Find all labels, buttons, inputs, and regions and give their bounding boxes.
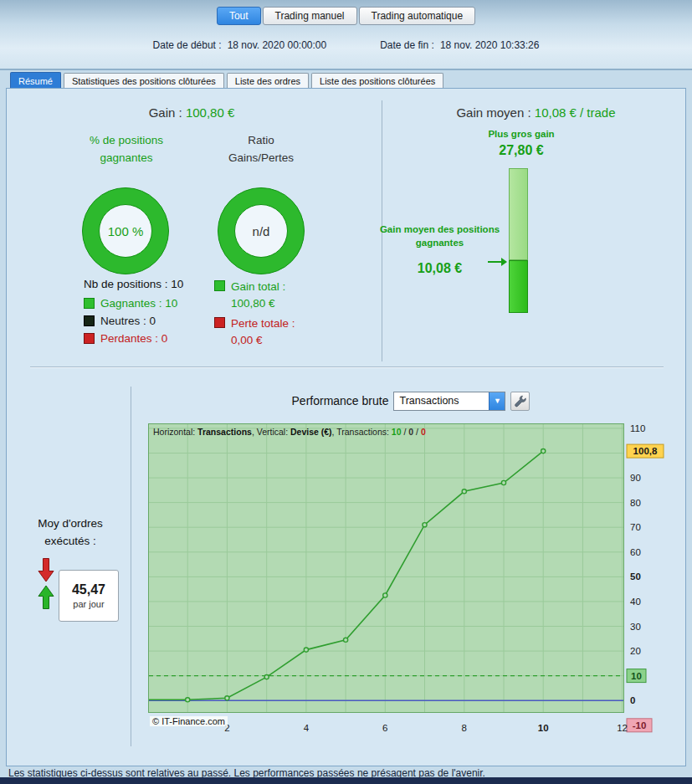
chart-settings-button[interactable] xyxy=(510,392,530,411)
gain-moyen-summary: Gain moyen : 10,08 € / trade xyxy=(387,105,684,120)
main-panel: Gain : 100,80 € % de positions gagnantes… xyxy=(6,88,686,766)
gain-total-label: Gain total : xyxy=(231,279,285,295)
orders-average-label-line1: Moy d'ordres xyxy=(15,515,126,533)
svg-text:0: 0 xyxy=(630,695,635,705)
gain-total-value: 100,80 € xyxy=(231,295,285,312)
horizontal-divider xyxy=(30,366,664,367)
ratio-gains-pertes-value: n/d xyxy=(253,224,270,238)
gagnantes-swatch-icon xyxy=(84,298,95,309)
filter-tab-trading-manuel[interactable]: Trading manuel xyxy=(263,7,357,25)
orders-per-day-value: 45,47 xyxy=(72,582,105,597)
svg-text:12: 12 xyxy=(617,723,628,733)
chart-type-selected-value: Transactions xyxy=(394,395,489,407)
select-dropdown-arrow-icon[interactable]: ▼ xyxy=(489,392,505,410)
legend-perdantes: Perdantes : 0 xyxy=(84,332,167,345)
chart-copyright: © IT-Finance.com xyxy=(150,716,228,726)
pct-positions-value: 100 % xyxy=(108,224,144,238)
svg-text:80: 80 xyxy=(630,498,641,508)
chart-info-line: Horizontal: Transactions, Vertical: Devi… xyxy=(153,427,426,437)
perte-totale-text: Perte totale : 0,00 € xyxy=(231,315,295,348)
plus-gros-gain-label: Plus gros gain xyxy=(450,129,592,139)
svg-text:4: 4 xyxy=(304,723,310,733)
svg-text:30: 30 xyxy=(630,622,641,632)
tab-resume[interactable]: Résumé xyxy=(10,72,61,89)
gain-bar-above-average xyxy=(509,168,528,260)
chart-info-wins: 10 xyxy=(392,427,402,437)
gain-value: 100,80 € xyxy=(186,105,234,120)
svg-text:90: 90 xyxy=(630,473,641,483)
average-gain-arrow-icon xyxy=(488,255,508,270)
date-start: Date de début :18 nov. 2020 00:00:00 xyxy=(153,39,327,51)
gagnantes-label: Gagnantes : 10 xyxy=(100,297,177,310)
svg-text:100,8: 100,8 xyxy=(633,446,658,456)
date-range: Date de début :18 nov. 2020 00:00:00 Dat… xyxy=(0,39,692,51)
neutres-label: Neutres : 0 xyxy=(100,315,156,327)
performance-chart: 11090807060504030200100,810-1024681012 H… xyxy=(148,423,674,745)
tab-liste-des-ordres[interactable]: Liste des ordres xyxy=(227,73,309,89)
tab-liste-positions-cloturees[interactable]: Liste des positions clôturées xyxy=(311,73,443,89)
nb-positions: Nb de positions : 10 xyxy=(84,278,183,290)
svg-text:10: 10 xyxy=(631,671,642,681)
svg-text:70: 70 xyxy=(630,522,641,532)
date-start-value: 18 nov. 2020 00:00:00 xyxy=(228,39,327,51)
performance-title: Performance brute xyxy=(292,394,389,407)
chart-info-segment: / xyxy=(413,427,421,437)
pct-positions-donut-center: 100 % xyxy=(99,204,152,258)
perdantes-label: Perdantes : 0 xyxy=(100,332,167,345)
legend-gagnantes: Gagnantes : 10 xyxy=(84,297,177,310)
pct-positions-title: % de positions gagnantes xyxy=(78,132,175,167)
perte-totale-swatch-icon xyxy=(214,317,225,328)
svg-text:20: 20 xyxy=(630,646,641,656)
legend-neutres: Neutres : 0 xyxy=(84,315,156,327)
svg-text:6: 6 xyxy=(382,723,387,733)
svg-text:-10: -10 xyxy=(633,720,647,730)
neutres-swatch-icon xyxy=(84,315,95,326)
chart-info-segment: Horizontal: xyxy=(153,427,197,437)
chart-info-segment: / xyxy=(402,427,409,437)
gain-summary: Gain : 100,80 € xyxy=(7,105,377,120)
svg-text:110: 110 xyxy=(630,423,645,433)
ratio-gains-pertes-donut: n/d xyxy=(218,187,305,274)
svg-text:60: 60 xyxy=(630,547,641,557)
tab-statistiques-positions-cloturees[interactable]: Statistiques des positions clôturées xyxy=(64,73,224,89)
date-end-label: Date de fin : xyxy=(380,39,434,51)
perte-totale-block: Perte totale : 0,00 € xyxy=(214,315,295,348)
svg-text:50: 50 xyxy=(630,571,641,582)
gain-label: Gain : xyxy=(149,105,182,120)
vertical-divider-2 xyxy=(131,387,131,746)
gain-total-text: Gain total : 100,80 € xyxy=(231,279,285,311)
plus-gros-gain-value: 27,80 € xyxy=(450,143,592,158)
chart-info-losses: 0 xyxy=(421,427,426,437)
date-start-label: Date de début : xyxy=(153,39,222,51)
ratio-gains-pertes-donut-center: n/d xyxy=(234,204,288,258)
date-end: Date de fin :18 nov. 2020 10:33:26 xyxy=(380,39,539,51)
gain-total-block: Gain total : 100,80 € xyxy=(214,279,285,311)
performance-chart-canvas: 11090807060504030200100,810-1024681012 xyxy=(148,423,674,741)
chart-info-segment: Transactions xyxy=(197,427,252,437)
bottom-bar xyxy=(0,777,692,784)
orders-average-label: Moy d'ordres exécutés : xyxy=(15,515,126,551)
chart-type-select[interactable]: Transactions ▼ xyxy=(393,392,505,411)
filter-tab-trading-automatique[interactable]: Trading automatique xyxy=(359,7,476,25)
gain-distribution-bar xyxy=(509,168,528,313)
perte-totale-value: 0,00 € xyxy=(231,332,295,349)
gain-moyen-gagnantes-label: Gain moyen des positions gagnantes xyxy=(375,223,505,249)
down-arrow-icon xyxy=(37,557,55,583)
ratio-gains-pertes-title: Ratio Gains/Pertes xyxy=(214,132,308,167)
gain-moyen-value: 10,08 € / trade xyxy=(535,105,616,120)
wrench-icon xyxy=(514,395,526,407)
gain-moyen-label: Gain moyen : xyxy=(456,105,531,120)
header: Tout Trading manuel Trading automatique … xyxy=(0,0,692,70)
pct-positions-donut: 100 % xyxy=(82,187,169,274)
orders-average-label-line2: exécutés : xyxy=(15,533,126,551)
performance-header: Performance brute Transactions ▼ xyxy=(139,390,683,412)
chart-info-segment: Devise (€) xyxy=(290,427,332,437)
chart-info-segment: , Transactions: xyxy=(332,427,392,437)
orders-per-day-unit: par jour xyxy=(73,599,104,609)
svg-text:40: 40 xyxy=(630,597,641,607)
perte-totale-label: Perte totale : xyxy=(231,315,295,332)
filter-tab-tout[interactable]: Tout xyxy=(217,7,261,25)
gain-total-swatch-icon xyxy=(214,280,225,291)
gain-moyen-gagnantes-value: 10,08 € xyxy=(375,261,505,276)
filter-tabs: Tout Trading manuel Trading automatique xyxy=(0,7,692,25)
